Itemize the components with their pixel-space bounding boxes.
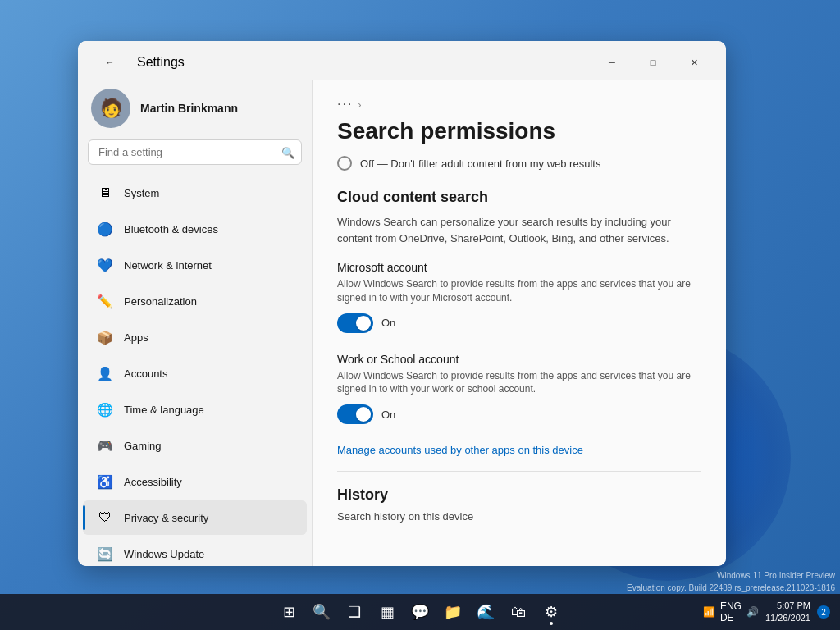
apps-icon: 📦 [96,328,114,346]
filter-row: Off — Don't filter adult content from my… [337,156,701,171]
filter-label: Off — Don't filter adult content from my… [360,158,600,170]
nav-item-gaming[interactable]: 🎮 Gaming [83,428,307,463]
ms-account-name: Microsoft account [337,261,701,274]
ms-account-block: Microsoft account Allow Windows Search t… [337,261,701,333]
minimize-icon: ─ [609,57,615,67]
user-name: Martin Brinkmann [140,102,238,115]
accounts-icon: 👤 [96,364,114,382]
taskbar-edge[interactable]: 🌊 [471,597,500,627]
avatar: 🧑 [91,89,130,128]
close-icon: ✕ [691,57,698,68]
tray-lang1: ENG [720,600,742,612]
privacy-icon: 🛡 [96,509,114,527]
breadcrumb-sep: › [358,98,361,111]
section-divider [337,471,701,472]
time-icon: 🌐 [96,400,114,418]
settings-window: ← Settings ─ □ ✕ 🧑 Martin Brinkman [78,41,726,566]
nav-label-time: Time & language [124,404,204,416]
taskbar-settings[interactable]: ⚙ [536,597,566,627]
ms-account-toggle-knob [356,316,371,331]
taskbar-search[interactable]: 🔍 [307,597,336,627]
network-icon: 💙 [96,256,114,274]
work-account-toggle[interactable] [337,404,373,424]
system-icon: 🖥 [96,184,114,202]
nav-item-accounts[interactable]: 👤 Accounts [83,356,307,390]
start-button[interactable]: ⊞ [274,597,304,627]
personalization-icon: ✏️ [96,292,114,310]
work-account-block: Work or School account Allow Windows Sea… [337,353,701,425]
nav-label-network: Network & internet [124,259,212,272]
work-account-toggle-label: On [381,409,395,421]
nav-item-bluetooth[interactable]: 🔵 Bluetooth & devices [83,212,307,246]
nav-label-system: System [124,187,159,199]
eval-line2: Evaluation copy. Build 22489.rs_prerelea… [627,582,835,594]
back-icon: ← [106,57,115,67]
nav-item-apps[interactable]: 📦 Apps [83,320,307,354]
date-display: 11/26/2021 [765,612,810,624]
breadcrumb: ··· › [337,97,701,112]
taskbar-right: 📶 ENG DE 🔊 5:07 PM 11/26/2021 2 [703,600,830,625]
eval-line1: Windows 11 Pro Insider Preview [627,569,835,582]
nav-item-privacy[interactable]: 🛡 Privacy & security [83,500,307,535]
right-panel: ··· › Search permissions Off — Don't fil… [312,80,726,566]
eval-text: Windows 11 Pro Insider Preview Evaluatio… [627,569,835,594]
cloud-section-title: Cloud content search [337,189,701,206]
tray-speaker-icon: 🔊 [746,606,759,618]
ms-account-desc: Allow Windows Search to provide results … [337,277,701,305]
taskbar-store[interactable]: 🛍 [504,597,533,627]
tray-wifi-icon: 📶 [703,606,715,618]
accessibility-icon: ♿ [96,472,114,491]
nav-label-privacy: Privacy & security [124,512,208,524]
title-bar-left: ← Settings [91,51,185,74]
maximize-icon: □ [651,57,656,67]
notification-badge[interactable]: 2 [817,605,830,619]
taskbar-center: ⊞ 🔍 ❑ ▦ 💬 📁 🌊 🛍 ⚙ [274,597,566,627]
gaming-icon: 🎮 [96,436,114,454]
avatar-image: 🧑 [100,98,122,119]
search-icon: 🔍 [281,146,295,158]
taskbar-tray: 📶 ENG DE 🔊 [703,600,759,623]
window-controls: ─ □ ✕ [593,51,713,74]
nav-label-bluetooth: Bluetooth & devices [124,223,218,235]
nav-item-accessibility[interactable]: ♿ Accessibility [83,464,307,499]
work-account-desc: Allow Windows Search to provide results … [337,369,701,397]
search-input[interactable] [88,139,302,165]
history-desc: Search history on this device [337,510,701,523]
taskbar-widgets[interactable]: ▦ [372,597,402,627]
ms-account-toggle-label: On [381,317,395,329]
filter-radio[interactable] [337,156,352,171]
taskbar-teams[interactable]: 💬 [405,597,435,627]
nav-label-update: Windows Update [124,548,204,560]
nav-item-system[interactable]: 🖥 System [83,176,307,210]
cloud-section-desc: Windows Search can personalize your sear… [337,214,701,246]
work-account-toggle-row: On [337,404,701,424]
work-account-toggle-knob [356,407,371,422]
ms-account-toggle-row: On [337,313,701,333]
nav-label-personalization: Personalization [124,295,197,308]
time-display: 5:07 PM [765,600,810,612]
history-title: History [337,486,701,504]
nav-item-time[interactable]: 🌐 Time & language [83,392,307,427]
nav-label-gaming: Gaming [124,440,162,452]
taskbar-taskview[interactable]: ❑ [340,597,369,627]
taskbar-time: 5:07 PM 11/26/2021 [765,600,810,625]
nav-item-personalization[interactable]: ✏️ Personalization [83,284,307,318]
close-button[interactable]: ✕ [675,51,713,74]
minimize-button[interactable]: ─ [593,51,631,74]
work-account-name: Work or School account [337,353,701,366]
manage-accounts-link[interactable]: Manage accounts used by other apps on th… [337,444,701,456]
back-button[interactable]: ← [91,51,129,74]
bluetooth-icon: 🔵 [96,220,114,238]
nav-item-network[interactable]: 💙 Network & internet [83,248,307,282]
main-content: 🧑 Martin Brinkmann 🔍 🖥 System 🔵 Bluetoot… [78,80,726,566]
user-profile: 🧑 Martin Brinkmann [78,80,312,139]
search-box: 🔍 [88,139,302,165]
nav-item-update[interactable]: 🔄 Windows Update [83,536,307,566]
ms-account-toggle[interactable] [337,313,373,333]
update-icon: 🔄 [96,545,114,563]
maximize-button[interactable]: □ [634,51,672,74]
taskbar: ⊞ 🔍 ❑ ▦ 💬 📁 🌊 🛍 ⚙ 📶 ENG DE 🔊 5:07 PM 11/… [0,594,840,630]
sidebar: 🧑 Martin Brinkmann 🔍 🖥 System 🔵 Bluetoot… [78,80,312,566]
search-button[interactable]: 🔍 [281,146,295,158]
taskbar-explorer[interactable]: 📁 [438,597,468,627]
